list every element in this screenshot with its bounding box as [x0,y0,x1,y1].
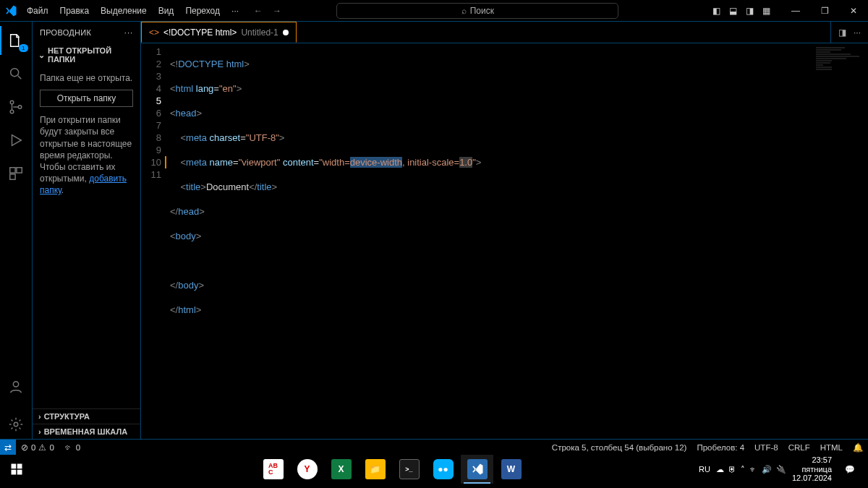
tab-bar: <> <!DOCTYPE html> Untitled-1 ◨ ··· [141,22,868,43]
split-editor-icon[interactable]: ◨ [838,27,846,38]
code-content[interactable]: <!DOCTYPE html> <html lang="en"> <head> … [170,43,481,439]
taskbar-explorer[interactable]: 📁 [359,455,391,484]
minimap[interactable] [816,47,859,61]
run-debug-icon[interactable] [0,126,33,155]
tray-volume-icon[interactable]: 🔊 [762,465,772,474]
taskbar-abcnet[interactable]: ABC [257,455,289,484]
start-button[interactable] [0,455,33,484]
line-gutter: 1 2 3 4 5 6 7 8 9 10 11 [141,43,170,439]
svg-point-2 [10,110,14,114]
hint-message: При открытии папки будут закрыты все отк… [40,114,133,196]
tab-filename: Untitled-1 [241,27,278,38]
tab-doctype: <!DOCTYPE html> [163,27,237,38]
html-file-icon: <> [149,27,159,38]
menu-more[interactable]: ··· [226,3,244,19]
cursor-position[interactable]: Строка 5, столбец 54 (выбрано 12) [547,443,692,452]
taskbar-app-blue[interactable]: ●● [427,455,459,484]
language-mode[interactable]: HTML [815,443,848,452]
encoding[interactable]: UTF-8 [749,443,783,452]
code-editor[interactable]: 1 2 3 4 5 6 7 8 9 10 11 <!DOCTYPE html> … [141,43,868,439]
indentation[interactable]: Пробелов: 4 [692,443,749,452]
svg-rect-10 [17,464,22,469]
sidebar-body: Папка еще не открыта. Открыть папку При … [33,67,140,208]
menu-edit[interactable]: Правка [55,3,95,19]
section-timeline[interactable]: › ВРЕМЕННАЯ ШКАЛА [33,424,140,439]
tray-wifi-icon[interactable]: ᯤ [749,465,757,474]
tray-defender-icon[interactable]: ⛨ [728,465,736,474]
menu-goto[interactable]: Переход [180,3,225,19]
editor-more-icon[interactable]: ··· [854,27,861,38]
eol[interactable]: CRLF [783,443,815,452]
svg-rect-6 [10,174,15,179]
taskbar-excel[interactable]: X [325,455,357,484]
svg-rect-4 [10,168,15,173]
nav-forward-icon[interactable]: → [270,3,284,19]
search-placeholder: Поиск [470,6,494,16]
menu-bar: Файл Правка Выделение Вид Переход ··· [22,3,244,19]
svg-rect-5 [17,168,22,173]
svg-rect-11 [11,470,16,475]
remote-icon: ⇄ [4,442,12,453]
action-center-icon[interactable]: 💬 [838,455,862,484]
sidebar-more-icon[interactable]: ··· [124,28,133,37]
taskbar-word[interactable]: W [495,455,527,484]
dirty-indicator-icon [283,30,289,35]
chevron-down-icon: ⌄ [38,51,45,60]
status-bar: ⇄ ⊘0 ⚠0 ᯤ0 Строка 5, столбец 54 (выбрано… [0,439,868,455]
layout-secondary-sidebar-icon[interactable]: ◨ [742,4,757,18]
window-restore-button[interactable]: ❐ [810,0,839,22]
layout-buttons: ◧ ⬓ ◨ ▦ [709,4,774,18]
explorer-icon[interactable]: 1 [0,26,33,55]
tray-onedrive-icon[interactable]: ☁ [716,465,724,474]
ports-indicator[interactable]: ᯤ0 [59,443,85,452]
window-close-button[interactable]: ✕ [839,0,868,22]
remote-indicator[interactable]: ⇄ [0,440,16,455]
tray-clock[interactable]: 23:57 пятница 12.07.2024 [792,455,832,483]
svg-point-0 [11,69,19,77]
explorer-badge: 1 [19,44,27,52]
svg-point-1 [10,100,14,104]
menu-file[interactable]: Файл [22,3,54,19]
title-bar: Файл Правка Выделение Вид Переход ··· ← … [0,0,868,22]
settings-gear-icon[interactable] [0,410,33,439]
section-outline[interactable]: › СТРУКТУРА [33,408,140,424]
layout-panel-icon[interactable]: ⬓ [726,4,741,18]
notifications-icon[interactable]: 🔔 [848,442,868,453]
tray-power-icon[interactable]: 🔌 [776,465,786,474]
taskbar-yandex[interactable]: Y [291,455,323,484]
taskbar-apps: ABC Y X 📁 >_ ●● W [257,455,527,484]
tab-untitled-1[interactable]: <> <!DOCTYPE html> Untitled-1 [141,22,297,43]
svg-rect-9 [11,464,16,469]
section-no-folder[interactable]: ⌄ НЕТ ОТКРЫТОЙ ПАПКИ [33,43,140,67]
svg-rect-12 [17,470,22,475]
activity-bar: 1 [0,22,33,439]
windows-taskbar: ABC Y X 📁 >_ ●● W RU ☁ ⛨ ˄ ᯤ 🔊 🔌 23:57 п… [0,455,868,484]
chevron-right-icon: › [38,427,41,436]
warning-icon: ⚠ [38,442,46,453]
menu-selection[interactable]: Выделение [95,3,152,19]
menu-view[interactable]: Вид [153,3,179,19]
window-minimize-button[interactable]: ― [781,0,810,22]
search-icon: ⌕ [461,6,467,16]
svg-point-3 [18,106,22,109]
source-control-icon[interactable] [0,93,33,121]
sidebar-explorer: ПРОВОДНИК ··· ⌄ НЕТ ОТКРЫТОЙ ПАПКИ Папка… [33,22,141,439]
broadcast-icon: ᯤ [64,443,73,452]
tray-language[interactable]: RU [699,465,710,474]
extensions-icon[interactable] [0,159,33,188]
layout-primary-sidebar-icon[interactable]: ◧ [709,4,724,18]
taskbar-vscode[interactable] [461,455,493,484]
accounts-icon[interactable] [0,372,33,401]
problems-indicator[interactable]: ⊘0 ⚠0 [16,442,59,453]
chevron-right-icon: › [38,412,41,421]
vscode-icon [0,0,22,22]
nav-back-icon[interactable]: ← [251,3,265,19]
layout-customize-icon[interactable]: ▦ [759,4,774,18]
no-folder-message: Папка еще не открыта. [40,72,133,84]
open-folder-button[interactable]: Открыть папку [40,90,133,107]
taskbar-cmd[interactable]: >_ [393,455,425,484]
tray-chevron-up-icon[interactable]: ˄ [741,465,745,474]
nav-arrows: ← → [251,3,284,19]
command-center[interactable]: ⌕ Поиск [336,3,618,19]
search-activity-icon[interactable] [0,59,33,88]
